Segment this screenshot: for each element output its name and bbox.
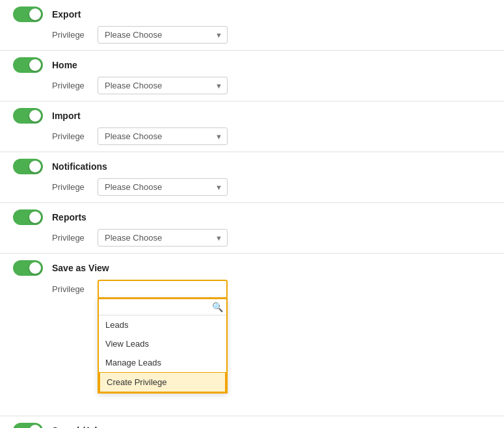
reports-toggle[interactable] [13, 209, 43, 225]
save-as-view-title: Save as View [52, 263, 109, 273]
save-as-view-section: Save as View Privilege 🔍 Leads View Lead… [0, 254, 504, 416]
export-title: Export [52, 9, 81, 20]
import-select-wrapper: Please Choose ▼ [98, 127, 228, 145]
export-select-wrapper: Please Choose ▼ [98, 26, 228, 44]
import-privilege-select[interactable]: Please Choose [98, 127, 228, 145]
reports-privilege-label: Privilege [52, 233, 98, 243]
import-toggle[interactable] [13, 108, 43, 124]
home-title: Home [52, 60, 77, 70]
notifications-title: Notifications [52, 161, 107, 172]
save-as-view-toggle[interactable] [13, 260, 43, 276]
dropdown-item-leads[interactable]: Leads [99, 315, 226, 334]
import-privilege-label: Privilege [52, 131, 98, 141]
search-icon: 🔍 [212, 302, 223, 312]
reports-privilege-select[interactable]: Please Choose [98, 229, 228, 247]
save-as-view-privilege-select[interactable] [98, 280, 228, 299]
home-section: Home Privilege Please Choose ▼ [0, 51, 504, 101]
import-title: Import [52, 111, 81, 121]
save-as-view-dropdown-container: 🔍 Leads View Leads Manage Leads Create P… [98, 280, 228, 299]
dropdown-item-manage-leads[interactable]: Manage Leads [99, 353, 226, 372]
home-privilege-label: Privilege [52, 81, 98, 90]
dropdown-item-view-leads[interactable]: View Leads [99, 334, 226, 353]
reports-title: Reports [52, 212, 86, 222]
notifications-privilege-label: Privilege [52, 182, 98, 192]
home-select-wrapper: Please Choose ▼ [98, 77, 228, 94]
dropdown-search-row: 🔍 [99, 299, 226, 315]
export-privilege-label: Privilege [52, 30, 98, 40]
home-privilege-select[interactable]: Please Choose [98, 77, 228, 94]
import-section: Import Privilege Please Choose ▼ [0, 101, 504, 152]
search-advance-toggle[interactable] [13, 423, 43, 428]
search-advance-section: Search/Advance Privilege Please Choose ▼ [0, 416, 504, 428]
notifications-toggle[interactable] [13, 159, 43, 174]
home-toggle[interactable] [13, 57, 43, 73]
export-privilege-select[interactable]: Please Choose [98, 26, 228, 44]
reports-section: Reports Privilege Please Choose ▼ [0, 203, 504, 254]
reports-select-wrapper: Please Choose ▼ [98, 229, 228, 247]
dropdown-item-create-privilege[interactable]: Create Privilege [99, 372, 226, 392]
notifications-section: Notifications Privilege Please Choose ▼ [0, 152, 504, 203]
notifications-privilege-select[interactable]: Please Choose [98, 178, 228, 196]
export-toggle[interactable] [13, 7, 43, 22]
notifications-select-wrapper: Please Choose ▼ [98, 178, 228, 196]
export-section: Export Privilege Please Choose ▼ [0, 0, 504, 51]
save-as-view-privilege-label: Privilege [52, 284, 98, 294]
save-as-view-dropdown-popup: 🔍 Leads View Leads Manage Leads Create P… [98, 298, 228, 394]
search-advance-title: Search/Advance [52, 425, 123, 428]
dropdown-search-input[interactable] [103, 302, 212, 312]
